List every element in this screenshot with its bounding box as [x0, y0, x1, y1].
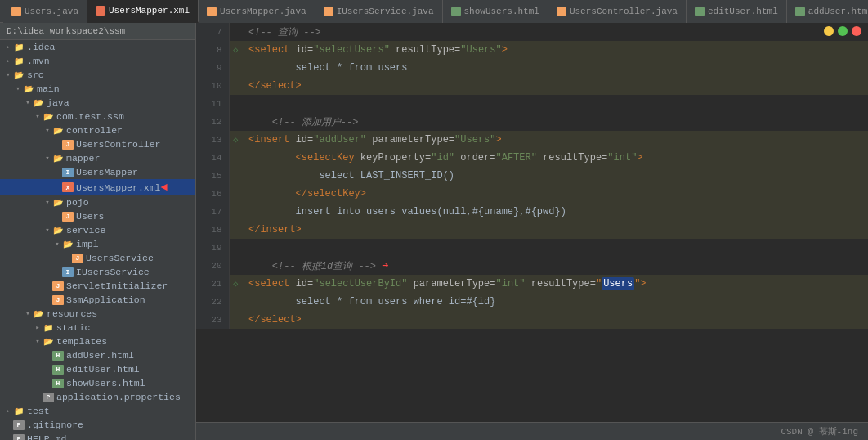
tree-item-label: .idea: [27, 42, 56, 52]
code-line-content: <insert id="addUser" parameterType="User…: [242, 131, 868, 149]
folder-icon: 📂: [52, 226, 64, 236]
line-number: 10: [196, 77, 229, 95]
tab-users-java[interactable]: Users.java: [3, 0, 87, 23]
gutter-cell: [229, 203, 242, 221]
tab-edituser-html[interactable]: editUser.html: [687, 0, 787, 23]
gutter-cell: [229, 185, 242, 203]
code-content[interactable]: 7<!-- 查询 -->8◇<select id="selectUsers" r…: [196, 23, 868, 422]
code-line: 8◇<select id="selectUsers" resultType="U…: [196, 41, 868, 59]
tree-item-com-test-ssm[interactable]: ▾📂com.test.ssm: [0, 110, 195, 123]
tree-item-usersservice[interactable]: JUsersService: [0, 251, 195, 265]
tab-showusers-html[interactable]: showUsers.html: [443, 0, 548, 23]
tab-userscontroller-java[interactable]: UsersController.java: [548, 0, 687, 23]
tree-item-usersmapper-xml[interactable]: XUsersMapper.xml ◄: [0, 179, 195, 195]
java-icon: [11, 7, 21, 16]
html-file-icon: H: [52, 351, 64, 361]
tree-item-templates[interactable]: ▾📂templates: [0, 334, 195, 348]
line-number: 18: [196, 221, 229, 239]
code-line-content: <select id="selectUsers" resultType="Use…: [242, 41, 868, 59]
tree-item-label: java: [47, 97, 69, 108]
tree-item-edituser-html[interactable]: HeditUser.html: [0, 362, 195, 376]
java-file-icon: J: [62, 212, 74, 222]
tree-item-ssmapplication[interactable]: JSsmApplication: [0, 293, 195, 307]
tree-item-test[interactable]: ▸📁test: [0, 404, 195, 418]
tree-item-label: service: [66, 225, 105, 236]
code-line-content: <!-- 查询 -->: [242, 23, 868, 41]
tree-arrow: ▸: [3, 43, 13, 52]
tree-item-src[interactable]: ▾📂src: [0, 68, 195, 82]
tree-item-pojo[interactable]: ▾📂pojo: [0, 195, 195, 209]
tree-item-adduser-html[interactable]: HaddUser.html: [0, 348, 195, 362]
folder-icon: 📂: [52, 126, 64, 136]
file-file-icon: F: [13, 434, 25, 441]
tree-item--idea[interactable]: ▸📁.idea: [0, 40, 195, 54]
code-line: 23</select>: [196, 311, 868, 329]
gutter-cell: [229, 311, 242, 329]
tab-iusersservice-java[interactable]: IUsersService.java: [315, 0, 443, 23]
tree-item-resources[interactable]: ▾📂resources: [0, 307, 195, 321]
tree-item-userscontroller[interactable]: JUsersController: [0, 137, 195, 151]
tab-usersmapper-xml[interactable]: UsersMapper.xml: [87, 0, 199, 23]
tree-item-showusers-html[interactable]: HshowUsers.html: [0, 376, 195, 390]
line-number: 8: [196, 41, 229, 59]
tree-item-java[interactable]: ▾📂java: [0, 96, 195, 110]
xml-file-icon: X: [62, 182, 74, 192]
tree-item-label: Users: [76, 211, 105, 222]
code-line: 21◇<select id="selectUserById" parameter…: [196, 275, 868, 293]
line-number: 13: [196, 131, 229, 149]
gutter-cell: [229, 95, 242, 113]
tree-item-iusersservice[interactable]: IIUsersService: [0, 265, 195, 279]
tree-item-label: mapper: [66, 153, 100, 164]
tree-item-usersmapper[interactable]: IUsersMapper: [0, 165, 195, 179]
line-number: 19: [196, 239, 229, 257]
folder-icon: 📂: [43, 337, 54, 347]
tree-item-impl[interactable]: ▾📂impl: [0, 237, 195, 251]
code-line: 11: [196, 95, 868, 113]
html-file-icon: H: [52, 365, 64, 375]
tree-item-label: pojo: [66, 197, 89, 208]
code-line: 15 select LAST_INSERT_ID(): [196, 167, 868, 185]
gutter-cell: [229, 239, 242, 257]
tree-item-servletinitializer[interactable]: JServletInitializer: [0, 279, 195, 293]
line-number: 21: [196, 275, 229, 293]
tree-item-label: showUsers.html: [66, 378, 145, 388]
code-line-content: <selectKey keyProperty="id" order="AFTER…: [242, 149, 868, 167]
gutter-cell: [229, 77, 242, 95]
java-file-icon: J: [62, 140, 74, 150]
code-line: 13◇<insert id="addUser" parameterType="U…: [196, 131, 868, 149]
code-line: 7<!-- 查询 -->: [196, 23, 868, 41]
tree-arrow: ▾: [43, 126, 52, 135]
tab-adduser-html[interactable]: addUser.html: [787, 0, 868, 23]
code-line-content: </insert>: [242, 221, 868, 239]
tree-item-users[interactable]: JUsers: [0, 209, 195, 223]
tree-item-main[interactable]: ▾📂main: [0, 82, 195, 96]
gutter-cell: [229, 257, 242, 275]
gutter-cell: [229, 23, 242, 41]
tree-item-service[interactable]: ▾📂service: [0, 223, 195, 237]
tree-item-label: src: [27, 70, 44, 80]
tree-item-static[interactable]: ▸📁static: [0, 321, 195, 334]
tree-item-controller[interactable]: ▾📂controller: [0, 123, 195, 137]
java-icon-2: [207, 7, 217, 16]
html-file-icon: H: [52, 379, 64, 388]
line-number: 17: [196, 203, 229, 221]
tree-arrow: ▸: [33, 323, 43, 332]
tab-usersmapper-java[interactable]: UsersMapper.java: [199, 0, 315, 23]
tree-item-mapper[interactable]: ▾📂mapper: [0, 151, 195, 165]
tree-arrow: ▾: [23, 309, 33, 318]
line-number: 22: [196, 293, 229, 311]
tree-arrow: ▾: [23, 98, 33, 107]
code-line: 9 select * from users: [196, 59, 868, 77]
tree-item--gitignore[interactable]: F.gitignore: [0, 418, 195, 432]
tree-item-label: UsersService: [86, 253, 154, 263]
tree-item-label: resources: [47, 308, 97, 319]
code-line-content: select LAST_INSERT_ID(): [242, 167, 868, 185]
tree-arrow: ▾: [43, 226, 52, 235]
java-icon-4: [557, 7, 566, 16]
tree-item-help-md[interactable]: FHELP.md: [0, 432, 195, 440]
tree-item-label: com.test.ssm: [56, 111, 124, 122]
tree-item-application-properties[interactable]: Papplication.properties: [0, 390, 195, 404]
gutter-cell: ◇: [229, 41, 242, 59]
code-line: 12 <!-- 添加用户-->: [196, 113, 868, 131]
tree-item--mvn[interactable]: ▸📁.mvn: [0, 54, 195, 68]
